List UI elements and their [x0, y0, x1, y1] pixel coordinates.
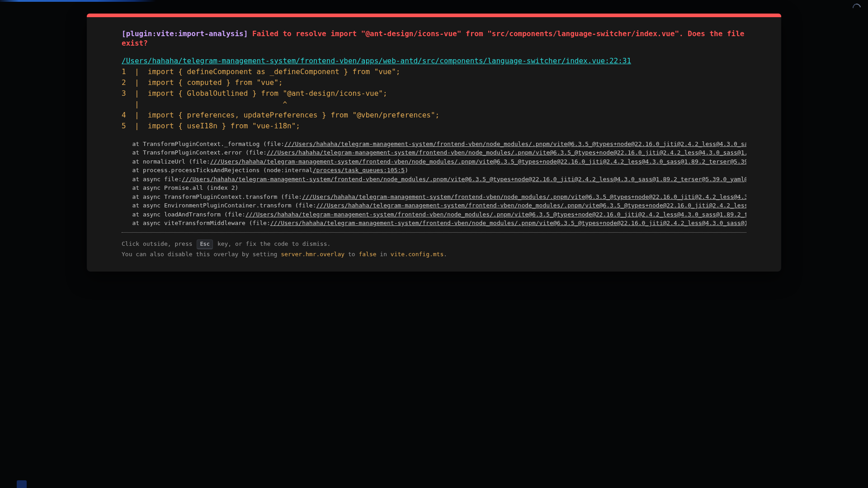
stack-trace: at TransformPluginContext._formatLog (fi…	[122, 140, 746, 228]
stack-text: at async loadAndTransform (file:	[122, 211, 245, 218]
stack-line: at async TransformPluginContext.transfor…	[122, 192, 746, 202]
vite-error-overlay-window: [plugin:vite:import-analysis] Failed to …	[87, 14, 781, 272]
stack-text: at process.processTicksAndRejections (no…	[122, 167, 313, 174]
stack-line: at normalizeUrl (file:///Users/hahaha/te…	[122, 157, 746, 166]
stack-file-link[interactable]: ///Users/hahaha/telegram-management-syst…	[316, 202, 746, 209]
code-frame: 1 | import { defineComponent as _defineC…	[122, 66, 746, 131]
config-code: false	[359, 251, 376, 258]
stack-file-link[interactable]: ///Users/hahaha/telegram-management-syst…	[284, 141, 746, 147]
tip-text: You can also disable this overlay by set…	[122, 251, 281, 258]
stack-file-link[interactable]: ///Users/hahaha/telegram-management-syst…	[182, 176, 746, 183]
stack-text: at async EnvironmentPluginContainer.tran…	[122, 202, 316, 209]
page-corner-element	[17, 480, 27, 488]
stack-text: at async file:	[122, 176, 182, 183]
tip-text: in	[377, 251, 391, 258]
stack-text: at async TransformPluginContext.transfor…	[122, 193, 302, 200]
stack-line: at async Promise.all (index 2)	[122, 183, 746, 192]
tip-line: Click outside, press Esc key, or fix the…	[122, 239, 746, 249]
stack-text: at normalizeUrl (file:	[122, 158, 210, 165]
stack-text: at TransformPluginContext._formatLog (fi…	[122, 141, 284, 147]
stack-line: at async viteTransformMiddleware (file:/…	[122, 219, 746, 228]
error-file: /Users/hahaha/telegram-management-system…	[122, 56, 746, 66]
stack-file-link[interactable]: ///Users/hahaha/telegram-management-syst…	[245, 211, 746, 218]
stack-file-link[interactable]: ///Users/hahaha/telegram-management-syst…	[210, 158, 746, 165]
tip-line: You can also disable this overlay by set…	[122, 249, 746, 259]
stack-file-link[interactable]: ///Users/hahaha/telegram-management-syst…	[267, 149, 746, 156]
stack-file-link[interactable]: ///Users/hahaha/telegram-management-syst…	[270, 220, 746, 226]
stack-text: at async Promise.all (index 2)	[122, 184, 238, 191]
dismiss-tip: Click outside, press Esc key, or fix the…	[122, 232, 746, 260]
stack-file-link[interactable]: ///Users/hahaha/telegram-management-syst…	[302, 193, 746, 200]
stack-text: at async viteTransformMiddleware (file:	[122, 220, 270, 226]
stack-line: at async loadAndTransform (file:///Users…	[122, 210, 746, 219]
stack-line: at TransformPluginContext.error (file://…	[122, 148, 746, 157]
stack-file-link[interactable]: /process/task_queues:105:5	[313, 167, 405, 174]
config-code: vite.config.mts	[391, 251, 443, 258]
config-code: server.hmr.overlay	[281, 251, 344, 258]
error-file-link[interactable]: /Users/hahaha/telegram-management-system…	[122, 56, 631, 65]
stack-line: at async EnvironmentPluginContainer.tran…	[122, 201, 746, 210]
stack-line: at TransformPluginContext._formatLog (fi…	[122, 140, 746, 149]
plugin-tag: [plugin:vite:import-analysis]	[122, 29, 248, 38]
tip-text: to	[344, 251, 359, 258]
esc-key: Esc	[197, 239, 213, 249]
page-progress-bar	[0, 0, 156, 2]
stack-text: )	[405, 167, 408, 174]
tip-text: Click outside, press	[122, 240, 196, 247]
tip-text: key, or fix the code to dismiss.	[214, 240, 330, 247]
stack-text: at TransformPluginContext.error (file:	[122, 149, 267, 156]
stack-line: at process.processTicksAndRejections (no…	[122, 166, 746, 175]
stack-line: at async file:///Users/hahaha/telegram-m…	[122, 175, 746, 184]
tip-text: .	[443, 251, 447, 258]
error-message: [plugin:vite:import-analysis] Failed to …	[122, 29, 746, 48]
